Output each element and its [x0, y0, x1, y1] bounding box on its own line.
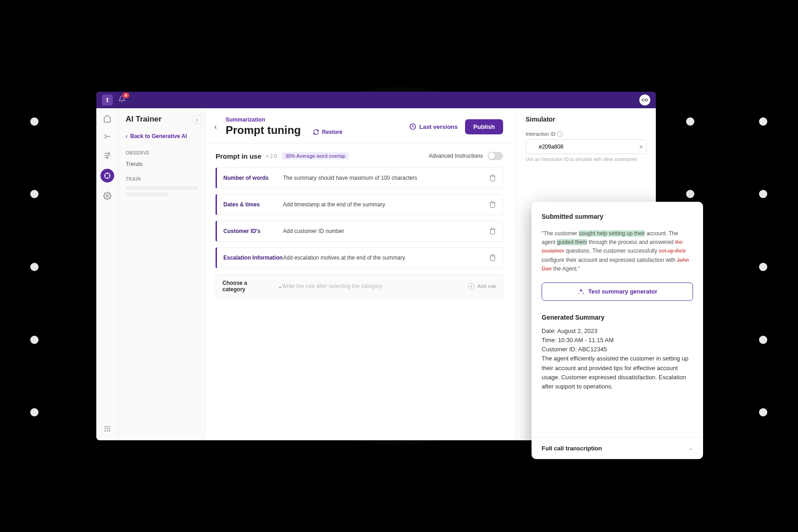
nav-ai-icon[interactable]	[100, 169, 114, 183]
rule-name: Number of words	[223, 175, 283, 181]
svg-point-7	[105, 428, 106, 430]
svg-point-8	[106, 428, 108, 430]
svg-point-0	[108, 153, 110, 154]
rule-desc: Add escalation motives at the end of the…	[283, 255, 489, 261]
nav-apps-icon[interactable]	[102, 424, 112, 434]
back-link[interactable]: ‹ Back to Generative AI	[126, 133, 198, 139]
back-button[interactable]: ‹	[211, 122, 220, 131]
clear-icon[interactable]: ×	[639, 143, 643, 150]
sidebar-group-observe: OBSERVE	[126, 150, 198, 155]
page-header: ‹ Summarization Prompt tuning Restore	[205, 108, 516, 144]
info-icon[interactable]: i	[557, 131, 563, 137]
transcript-label: Full call transcription	[542, 445, 602, 452]
refresh-icon	[313, 129, 319, 135]
rule-desc: Add timestamp at the end of the summary	[283, 201, 489, 208]
rule-desc: The summary should have maximum of 100 c…	[283, 175, 489, 181]
app-logo[interactable]: t	[102, 94, 113, 105]
svg-point-5	[106, 426, 108, 427]
restore-button[interactable]: Restore	[313, 129, 343, 135]
rule-name: Customer ID's	[223, 228, 283, 234]
generated-summary-title: Generated Summary	[542, 314, 693, 321]
sparkle-icon	[577, 288, 585, 295]
transcript-toggle[interactable]: Full call transcription ⌄	[532, 437, 703, 459]
svg-point-9	[109, 428, 110, 430]
nav-settings-icon[interactable]	[102, 191, 112, 201]
sidebar-group-train: TRAIN	[126, 177, 198, 182]
restore-label: Restore	[322, 129, 343, 135]
avatar[interactable]: CO	[639, 94, 650, 105]
category-label: Choose a category	[222, 280, 260, 293]
version-tag: v 2.0	[266, 153, 277, 159]
icon-rail	[96, 108, 118, 440]
svg-point-1	[106, 157, 108, 158]
highlight-removed: set up their	[659, 248, 686, 254]
rule-row[interactable]: Dates & times Add timestamp at the end o…	[216, 194, 503, 215]
add-rule-button[interactable]: + Add rule	[468, 283, 496, 289]
rule-name: Escalation Information	[223, 255, 283, 261]
page-title: Prompt tuning	[226, 124, 301, 137]
chevron-down-icon: ⌄	[278, 283, 282, 289]
advanced-toggle[interactable]	[488, 152, 503, 160]
svg-point-6	[109, 426, 110, 427]
section-title: Prompt in use	[216, 152, 261, 160]
highlight-added: guided them	[557, 239, 587, 245]
summary-card: Submitted summary "The customer sought h…	[532, 202, 703, 459]
svg-point-12	[109, 430, 110, 432]
advanced-label: Advanced Instructions	[429, 153, 483, 159]
sidebar-placeholder	[126, 193, 169, 196]
notifications-button[interactable]: 8	[118, 95, 126, 105]
highlight-added: sought help setting up their	[579, 230, 645, 237]
rule-input-placeholder[interactable]: Write the rule after selecting the categ…	[282, 283, 468, 289]
last-versions-button[interactable]: Last versions	[409, 123, 458, 130]
submitted-summary-title: Submitted summary	[542, 213, 693, 220]
rule-row[interactable]: Number of words The summary should have …	[216, 167, 503, 188]
sidebar-placeholder	[126, 186, 198, 190]
add-rule-label: Add rule	[477, 283, 496, 289]
test-button-label: Test summary generator	[588, 288, 658, 295]
collapse-sidebar-button[interactable]: |‹	[193, 116, 201, 124]
svg-point-4	[105, 426, 106, 427]
rule-desc: Add customer ID number	[283, 228, 489, 234]
svg-point-11	[106, 430, 108, 432]
trash-icon[interactable]	[489, 227, 496, 235]
trash-icon[interactable]	[489, 174, 496, 182]
helper-text: Use an Interaction ID to simulate with o…	[526, 157, 647, 162]
prompt-area: ‹ Summarization Prompt tuning Restore	[205, 108, 516, 440]
sidebar: AI Trainer |‹ ‹ Back to Generative AI OB…	[118, 108, 205, 440]
notification-badge: 8	[122, 93, 129, 98]
nav-home-icon[interactable]	[102, 114, 112, 124]
trash-icon[interactable]	[489, 201, 496, 208]
breadcrumb[interactable]: Summarization	[226, 116, 301, 123]
chevron-left-icon: ‹	[126, 133, 127, 139]
nav-flow-icon[interactable]	[102, 132, 112, 142]
last-versions-label: Last versions	[419, 123, 458, 130]
simulator-title: Simulator	[526, 116, 647, 123]
trash-icon[interactable]	[489, 254, 496, 261]
chevron-down-icon: ⌄	[688, 445, 693, 451]
nav-sliders-icon[interactable]	[102, 150, 112, 161]
submitted-summary-text: "The customer sought help setting up the…	[542, 229, 693, 273]
generated-summary-text: Date: August 2, 2023 Time: 10:30 AM - 11…	[542, 327, 693, 391]
svg-point-10	[105, 430, 106, 432]
rule-name: Dates & times	[223, 201, 283, 208]
field-label: Interaction ID i	[526, 131, 647, 137]
new-rule-row: Choose a category ⌄ Write the rule after…	[216, 274, 503, 299]
category-select[interactable]: Choose a category ⌄	[222, 280, 282, 293]
interaction-id-input[interactable]	[526, 139, 647, 154]
sidebar-title: AI Trainer	[126, 115, 198, 124]
plus-icon: +	[468, 283, 475, 289]
svg-point-3	[106, 195, 108, 197]
sidebar-item-trends[interactable]: Trends	[126, 160, 198, 168]
publish-button[interactable]: Publish	[465, 119, 503, 134]
history-icon	[409, 123, 416, 130]
rule-row[interactable]: Escalation Information Add escalation mo…	[216, 247, 503, 268]
rule-row[interactable]: Customer ID's Add customer ID number	[216, 221, 503, 242]
back-link-label: Back to Generative AI	[130, 133, 187, 139]
titlebar: t 8 CO	[96, 92, 656, 108]
test-summary-button[interactable]: Test summary generator	[542, 283, 693, 301]
overlap-tag: 30% Average word overlap	[282, 152, 349, 160]
